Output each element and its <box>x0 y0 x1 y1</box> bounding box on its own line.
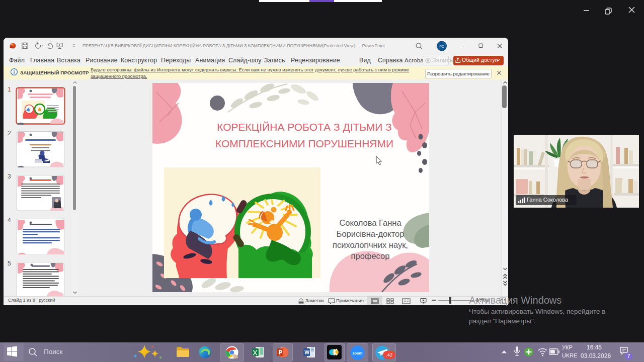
svg-text:zoom: zoom <box>353 351 363 355</box>
svg-text:ГС: ГС <box>439 44 444 49</box>
